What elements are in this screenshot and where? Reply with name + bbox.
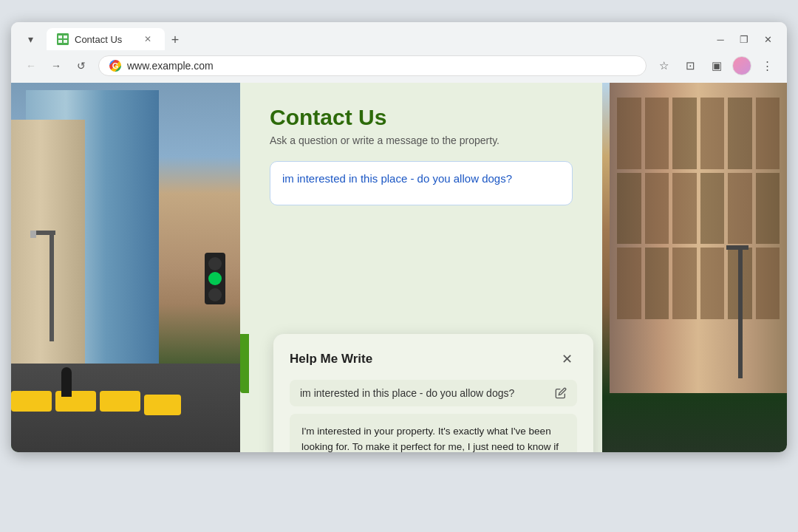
pedestrian xyxy=(61,367,72,397)
forward-button[interactable]: → xyxy=(45,55,67,77)
generated-text-content: I'm interested in your property. It's ex… xyxy=(301,426,559,452)
cast-button[interactable]: ⊡ xyxy=(679,55,701,77)
refresh-button[interactable]: ↺ xyxy=(70,55,92,77)
split-view-button[interactable]: ▣ xyxy=(706,55,728,77)
generated-text-box: I'm interested in your property. It's ex… xyxy=(290,414,577,452)
taxi-4 xyxy=(144,395,181,415)
panel-close-button[interactable]: ✕ xyxy=(556,349,577,369)
svg-rect-0 xyxy=(57,33,69,45)
background-right xyxy=(602,83,787,452)
tab-close-button[interactable]: ✕ xyxy=(141,33,154,46)
address-bar[interactable]: G www.example.com xyxy=(98,55,647,76)
edit-input-button[interactable] xyxy=(555,387,567,399)
url-text: www.example.com xyxy=(127,60,214,72)
message-input[interactable]: im interested in this place - do you all… xyxy=(270,161,573,205)
message-text: im interested in this place - do you all… xyxy=(282,172,512,185)
new-tab-button[interactable]: + xyxy=(165,30,185,50)
building-brick xyxy=(11,120,85,364)
background-left xyxy=(11,83,240,452)
close-button[interactable]: ✕ xyxy=(757,29,778,50)
minimize-button[interactable]: ─ xyxy=(710,29,731,50)
input-preview-box: im interested in this place - do you all… xyxy=(290,380,577,406)
active-tab: Contact Us ✕ xyxy=(47,28,165,50)
tab-favicon xyxy=(57,33,69,45)
bookmark-button[interactable]: ☆ xyxy=(652,55,675,77)
panel-header: Help Me Write ✕ xyxy=(290,349,577,369)
google-logo: G xyxy=(109,60,121,72)
traffic-light xyxy=(205,253,225,304)
page-title: Contact Us xyxy=(270,105,573,130)
svg-rect-1 xyxy=(58,35,62,38)
webpage-content: Home Support Chat FAQs Resources About xyxy=(11,83,787,452)
profile-avatar[interactable] xyxy=(732,56,751,75)
page-subtitle: Ask a question or write a message to the… xyxy=(270,134,573,146)
building-right xyxy=(610,83,787,393)
taxi-1 xyxy=(11,391,52,412)
svg-rect-3 xyxy=(58,40,62,43)
road xyxy=(11,364,240,452)
back-button[interactable]: ← xyxy=(20,55,42,77)
tab-group-arrow[interactable]: ▾ xyxy=(20,29,41,50)
input-preview-text: im interested in this place - do you all… xyxy=(300,387,514,399)
svg-rect-2 xyxy=(64,35,67,38)
green-accent-strip xyxy=(240,334,249,393)
taxi-3 xyxy=(100,391,140,412)
maximize-button[interactable]: ❐ xyxy=(734,29,754,50)
more-menu-button[interactable]: ⋮ xyxy=(756,55,778,77)
panel-title: Help Me Write xyxy=(290,352,372,366)
svg-rect-4 xyxy=(64,40,67,43)
tab-title: Contact Us xyxy=(75,34,122,45)
help-me-write-panel: Help Me Write ✕ im interested in this pl… xyxy=(273,334,593,452)
